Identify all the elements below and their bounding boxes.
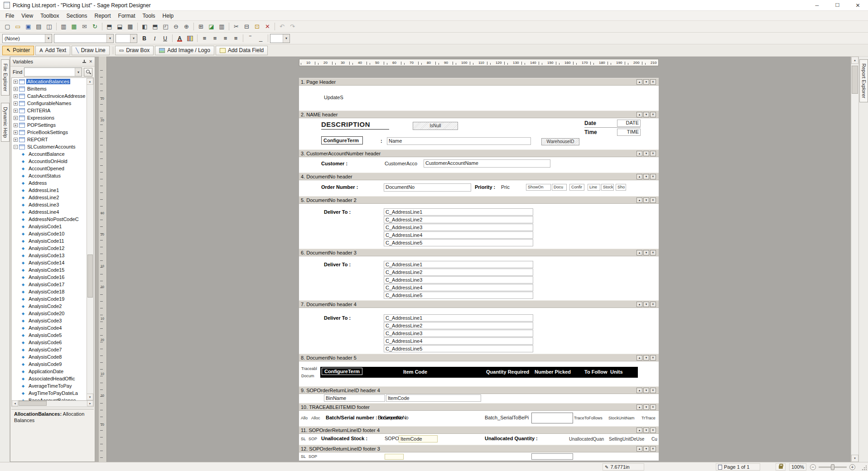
field-flag[interactable]: Docu	[552, 184, 567, 191]
section-collapse-down-button[interactable]: ▾	[643, 355, 649, 360]
section-close-button[interactable]: ✕	[650, 355, 656, 360]
zoom-slider-thumb[interactable]	[831, 464, 834, 470]
chevron-down-icon[interactable]: ▾	[75, 68, 82, 76]
close-icon[interactable]: ✕	[89, 59, 92, 64]
section-collapse-down-button[interactable]: ▾	[643, 302, 649, 307]
section-collapse-up-button[interactable]: ▴	[637, 112, 642, 117]
section-collapse-up-button[interactable]: ▴	[637, 404, 642, 410]
field-stock-unit-name[interactable]: StockUnitNam	[608, 416, 635, 420]
field-address-line[interactable]: C_AddressLine2	[384, 269, 533, 276]
field-sop[interactable]: SOPO	[385, 436, 399, 441]
field-update[interactable]: UpdateS	[324, 95, 343, 100]
add-data-field-button[interactable]: Add Data Field	[216, 46, 268, 55]
tree-expander-icon[interactable]: +	[14, 80, 18, 84]
tree-expander-icon[interactable]: +	[14, 101, 18, 106]
tree-item-accountisonhold[interactable]: ◆AccountIsOnHold	[12, 158, 93, 165]
chevron-down-icon[interactable]: ▾	[283, 34, 289, 43]
pin-icon[interactable]	[82, 60, 86, 64]
tree-item-analysiscode18[interactable]: ◆AnalysisCode18	[12, 288, 93, 295]
tab-file-explorer[interactable]: File Explorer	[1, 59, 10, 96]
scroll-up-icon[interactable]: ▴	[87, 78, 93, 85]
field-cu[interactable]: Cu	[651, 437, 657, 442]
find-button[interactable]	[84, 68, 92, 77]
field-empty-box[interactable]	[531, 453, 573, 460]
insert-table-button[interactable]: ⊞	[196, 22, 206, 32]
field-warehouse-id[interactable]: WarehouseID	[541, 138, 579, 145]
menu-format[interactable]: Format	[115, 11, 139, 20]
tree-item-analysiscode8[interactable]: ◆AnalysisCode8	[12, 353, 93, 360]
tree-item-criteria[interactable]: +CRITERIA	[12, 107, 93, 114]
insert-barcode-button[interactable]: ▥	[217, 22, 227, 32]
tree-item-analysiscode10[interactable]: ◆AnalysisCode10	[12, 230, 93, 237]
field-isnull[interactable]: IsNull	[413, 122, 458, 130]
delete-button[interactable]: ✕	[262, 22, 273, 32]
section-collapse-down-button[interactable]: ▾	[643, 112, 649, 117]
save-report-button[interactable]: ▣	[23, 22, 34, 32]
field-configure-term[interactable]: ConfigureTerm	[321, 136, 363, 144]
chevron-down-icon[interactable]: ▾	[130, 34, 137, 43]
chevron-down-icon[interactable]: ▾	[45, 34, 52, 43]
menu-report[interactable]: Report	[91, 11, 115, 20]
section-collapse-up-button[interactable]: ▴	[637, 151, 642, 156]
time-label[interactable]: Time	[584, 129, 597, 135]
tree-item-accountbalance[interactable]: ◆AccountBalance	[12, 150, 93, 158]
tree-item-analysiscode6[interactable]: ◆AnalysisCode6	[12, 339, 93, 346]
draw-line-button[interactable]: ╲Draw Line	[72, 46, 110, 55]
open-report-button[interactable]: ▭	[13, 22, 23, 32]
section-collapse-down-button[interactable]: ▾	[643, 446, 649, 452]
scroll-right-icon[interactable]: ▸	[87, 400, 93, 406]
tree-item-expressions[interactable]: +Expressions	[12, 114, 93, 121]
email-button[interactable]: ✉	[79, 22, 90, 32]
tree-item-associatedheadoffic[interactable]: ◆AssociatedHeadOffic	[12, 375, 93, 382]
menu-view[interactable]: View	[18, 11, 37, 20]
align-justify-button[interactable]: ≡	[231, 34, 241, 43]
tree-expander-icon[interactable]: +	[14, 123, 18, 127]
section-close-button[interactable]: ✕	[650, 404, 656, 410]
field-address-line[interactable]: C_AddressLine5	[384, 239, 533, 246]
section-collapse-up-button[interactable]: ▴	[637, 446, 642, 452]
tree-item-averagetimetopay[interactable]: ◆AverageTimeToPay	[12, 382, 93, 389]
tree-item-binitems[interactable]: +BinItems	[12, 85, 93, 92]
field-address-line[interactable]: C_AddressLine3	[384, 276, 533, 284]
tree-item-addressline3[interactable]: ◆AddressLine3	[12, 201, 93, 208]
tree-item-applicationdate[interactable]: ◆ApplicationDate	[12, 368, 93, 375]
field-customer-account-name[interactable]: CustomerAccountName	[424, 159, 550, 168]
field-empty-box[interactable]	[385, 454, 404, 460]
tree-item-cashacctinvoiceaddresse[interactable]: +CashAcctInvoiceAddresse	[12, 92, 93, 100]
tree-item-popsettings[interactable]: +POPSettings	[12, 121, 93, 129]
zoom-in-button[interactable]: +	[849, 464, 855, 470]
field-address-line[interactable]: C_AddressLine3	[384, 330, 533, 337]
field-address-line[interactable]: C_AddressLine1	[384, 314, 533, 322]
tree-item-configurablenames[interactable]: +ConfigurableNames	[12, 100, 93, 107]
refresh-button[interactable]: ↻	[90, 22, 100, 32]
section-close-button[interactable]: ✕	[650, 174, 656, 179]
field-date[interactable]: DATE	[617, 120, 641, 127]
field-address-line[interactable]: C_AddressLine4	[384, 337, 533, 345]
tree-item-analysiscode12[interactable]: ◆AnalysisCode12	[12, 245, 93, 252]
heading-to-follow[interactable]: To Follow	[584, 369, 608, 375]
unallocated-stock-label[interactable]: Unallocated Stock :	[321, 436, 367, 441]
section-collapse-down-button[interactable]: ▾	[643, 250, 649, 255]
heading-quantity-required[interactable]: Quantity Required	[486, 369, 529, 375]
tree-item-accountopened[interactable]: ◆AccountOpened	[12, 165, 93, 172]
field-customer-account-number[interactable]: CustomerAcco	[385, 161, 417, 166]
section-close-button[interactable]: ✕	[650, 79, 656, 85]
menu-toolbox[interactable]: Toolbox	[37, 11, 63, 20]
bold-button[interactable]: B	[139, 34, 149, 43]
field-address-line[interactable]: C_AddressLine2	[384, 322, 533, 329]
tree-item-analysiscode15[interactable]: ◆AnalysisCode15	[12, 266, 93, 274]
field-address-line[interactable]: C_AddressLine4	[384, 231, 533, 239]
section-close-button[interactable]: ✕	[650, 446, 656, 452]
make-same-size-button[interactable]: ◰	[160, 22, 171, 32]
tree-item-analysiscode2[interactable]: ◆AnalysisCode2	[12, 303, 93, 310]
section-close-button[interactable]: ✕	[650, 428, 656, 433]
field-address-line[interactable]: C_AddressLine2	[384, 216, 533, 223]
field-bin-name[interactable]: BinName	[324, 394, 385, 402]
field-flag[interactable]: Confir	[569, 184, 584, 191]
section-close-button[interactable]: ✕	[650, 151, 656, 156]
order-number-label[interactable]: Order Number :	[321, 184, 358, 190]
section-collapse-down-button[interactable]: ▾	[643, 174, 649, 179]
close-button[interactable]: ✕	[848, 0, 868, 10]
section-collapse-up-button[interactable]: ▴	[637, 197, 642, 203]
paste-button[interactable]: ⊡	[252, 22, 262, 32]
